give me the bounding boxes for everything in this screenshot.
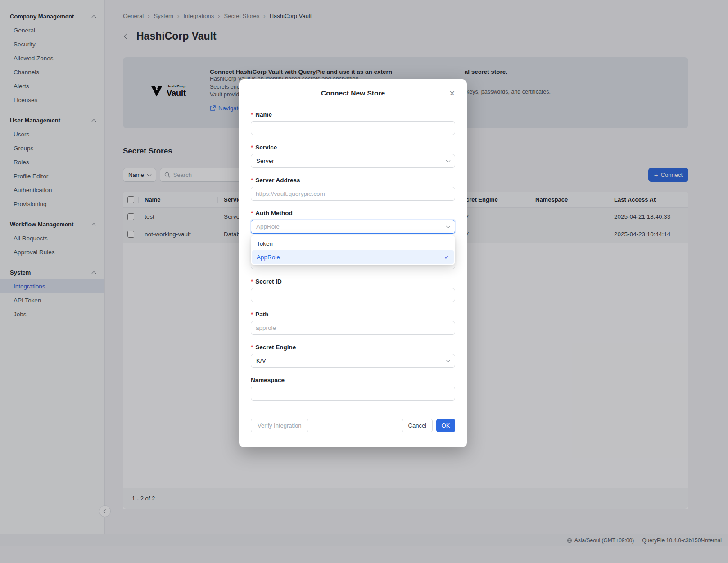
dropdown-option-approle[interactable]: AppRole ✓ bbox=[252, 250, 454, 264]
option-label: AppRole bbox=[257, 254, 280, 261]
secret-engine-select-value: K/V bbox=[256, 357, 266, 364]
path-label: Path bbox=[251, 311, 455, 318]
chevron-down-icon bbox=[446, 224, 451, 228]
secret-id-field: Secret ID bbox=[251, 278, 455, 302]
name-input[interactable] bbox=[251, 121, 455, 135]
auth-method-select[interactable]: AppRole bbox=[251, 220, 455, 234]
service-select[interactable]: Server bbox=[251, 154, 455, 168]
connect-new-store-modal: Connect New Store ✕ Name Service Server … bbox=[239, 79, 467, 447]
modal-title: Connect New Store bbox=[251, 89, 455, 97]
namespace-field: Namespace bbox=[251, 377, 455, 401]
server-address-field: Server Address bbox=[251, 177, 455, 201]
server-address-input[interactable] bbox=[251, 187, 455, 201]
service-field: Service Server bbox=[251, 144, 455, 168]
chevron-down-icon bbox=[446, 158, 451, 162]
auth-method-field: Auth Method AppRole Token AppRole ✓ bbox=[251, 210, 455, 234]
cancel-button[interactable]: Cancel bbox=[402, 419, 433, 432]
auth-method-dropdown: Token AppRole ✓ bbox=[251, 235, 455, 265]
secret-engine-select[interactable]: K/V bbox=[251, 354, 455, 368]
name-field: Name bbox=[251, 111, 455, 135]
auth-method-select-value: AppRole bbox=[256, 223, 280, 230]
namespace-label: Namespace bbox=[251, 377, 455, 383]
check-icon: ✓ bbox=[444, 254, 449, 261]
secret-id-input[interactable] bbox=[251, 288, 455, 302]
server-address-label: Server Address bbox=[251, 177, 455, 184]
secret-engine-label: Secret Engine bbox=[251, 344, 455, 351]
dropdown-option-token[interactable]: Token bbox=[252, 237, 454, 250]
option-label: Token bbox=[257, 240, 273, 247]
verify-integration-button[interactable]: Verify Integration bbox=[251, 419, 308, 432]
ok-button[interactable]: OK bbox=[436, 419, 455, 432]
service-label: Service bbox=[251, 144, 455, 151]
path-input[interactable] bbox=[251, 321, 455, 335]
chevron-down-icon bbox=[446, 358, 451, 362]
secret-id-label: Secret ID bbox=[251, 278, 455, 285]
path-field: Path bbox=[251, 311, 455, 335]
service-select-value: Server bbox=[256, 158, 274, 164]
auth-method-label: Auth Method bbox=[251, 210, 455, 216]
name-label: Name bbox=[251, 111, 455, 118]
close-icon[interactable]: ✕ bbox=[448, 87, 457, 99]
secret-engine-field: Secret Engine K/V bbox=[251, 344, 455, 368]
namespace-input[interactable] bbox=[251, 387, 455, 401]
